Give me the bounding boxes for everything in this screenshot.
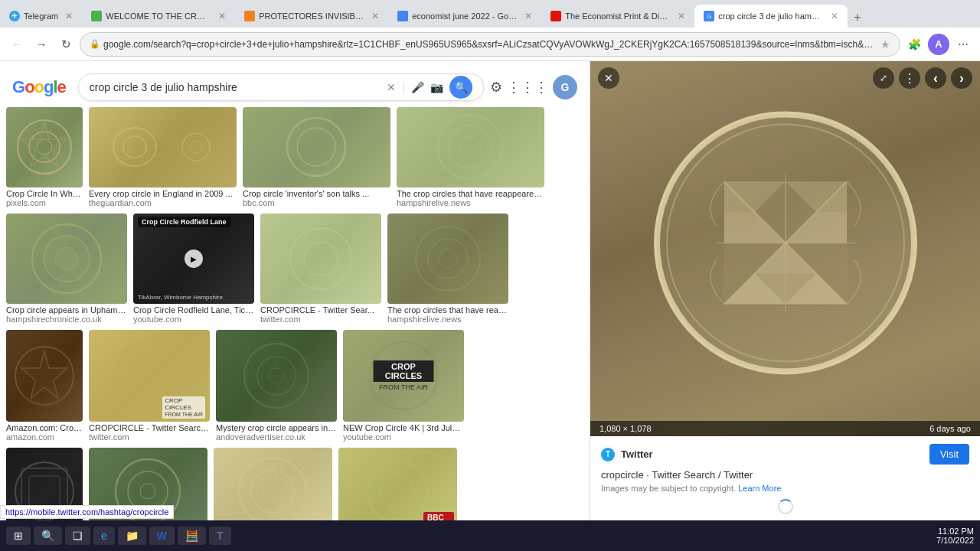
tab-economist-print-close[interactable]: ✕ bbox=[678, 11, 685, 21]
back-button[interactable]: ← bbox=[6, 34, 28, 55]
svg-point-16 bbox=[290, 228, 351, 289]
google-settings-icon[interactable]: ⚙ bbox=[490, 79, 502, 96]
image-source: twitter.com bbox=[89, 432, 210, 442]
file-explorer-button[interactable]: 📁 bbox=[118, 527, 146, 545]
tab-economist-print-title: The Economist Print & Digital S... bbox=[565, 11, 671, 21]
refresh-button[interactable]: ↻ bbox=[55, 34, 77, 55]
preview-details: T Twitter Visit cropcircle · Twitter Sea… bbox=[590, 436, 980, 500]
tab-crop-search[interactable]: G crop circle 3 de julio hampshire ✕ bbox=[694, 5, 848, 28]
preview-close-button[interactable]: ✕ bbox=[598, 67, 619, 89]
clear-search-icon[interactable]: ✕ bbox=[387, 81, 396, 93]
list-item[interactable]: Every crop circle in England in 2009 ...… bbox=[89, 107, 237, 207]
preview-copyright: Images may be subject to copyright. Lear… bbox=[601, 484, 969, 493]
svg-point-15 bbox=[55, 247, 78, 270]
teams-button[interactable]: T bbox=[209, 527, 231, 545]
source-name: Twitter bbox=[621, 448, 653, 460]
browser-menu-button[interactable]: ⋯ bbox=[952, 34, 974, 55]
search-taskbar-icon: 🔍 bbox=[41, 530, 54, 542]
forward-button[interactable]: → bbox=[31, 34, 52, 55]
image-search-icon[interactable]: 📷 bbox=[430, 81, 443, 93]
image-age: 6 days ago bbox=[929, 424, 971, 433]
list-item[interactable]: CROPCIRCLESFROM THE AIR CROPCIRCLE - Twi… bbox=[89, 330, 210, 442]
svg-point-7 bbox=[190, 141, 202, 153]
new-tab-button[interactable]: + bbox=[848, 8, 867, 28]
image-row-3: Amazon.com: Crop circle... amazon.com CR… bbox=[6, 330, 583, 442]
image-caption: CROPCIRCLE - Twitter Search / Twitter bbox=[89, 423, 210, 432]
google-apps-icon[interactable]: ⋮⋮⋮ bbox=[507, 79, 548, 96]
preview-image-container: ✕ ⤢ ⋮ ‹ › 1,080 × 1,078 6 days ago bbox=[590, 61, 980, 436]
list-item[interactable]: Amazon.com: Crop circle... amazon.com bbox=[6, 330, 83, 442]
tab-crop-welcome-close[interactable]: ✕ bbox=[218, 11, 226, 21]
preview-expand-button[interactable]: ⤢ bbox=[873, 67, 894, 89]
tab-protectores[interactable]: PROTECTORES INVISIBLES (Span... ✕ bbox=[235, 5, 388, 28]
preview-more-button[interactable]: ⋮ bbox=[899, 67, 920, 89]
svg-point-39 bbox=[251, 470, 294, 513]
list-item[interactable]: CROPCIRCLE - Twitter Sear... twitter.com bbox=[260, 214, 381, 324]
svg-point-8 bbox=[287, 118, 345, 176]
image-caption: The crop circles that have reappeared ..… bbox=[387, 305, 508, 315]
learn-more-link[interactable]: Learn More bbox=[738, 484, 781, 493]
image-caption: Crop Circle In Wheat Field, Hi... bbox=[6, 189, 83, 198]
image-source: hampshirelive.news bbox=[397, 198, 544, 207]
preview-prev-button[interactable]: ‹ bbox=[925, 67, 946, 89]
list-item[interactable]: Mystery crop circle appears in farmer's … bbox=[216, 330, 337, 442]
voice-search-icon[interactable]: 🎤 bbox=[411, 81, 424, 93]
svg-point-6 bbox=[182, 133, 210, 161]
svg-rect-34 bbox=[29, 476, 60, 507]
list-item[interactable]: CROP CIRCLES FROM THE AIR NEW Crop Circl… bbox=[343, 330, 464, 442]
tab-protectores-close[interactable]: ✕ bbox=[371, 11, 379, 21]
tab-telegram-close[interactable]: ✕ bbox=[65, 11, 73, 21]
svg-point-10 bbox=[438, 115, 502, 179]
edge-button[interactable]: e bbox=[93, 527, 115, 545]
svg-point-20 bbox=[439, 249, 457, 268]
tab-telegram[interactable]: ✈ Telegram ✕ bbox=[0, 5, 82, 28]
preview-next-button[interactable]: › bbox=[951, 67, 972, 89]
calculator-button[interactable]: 🧮 bbox=[178, 527, 206, 545]
search-bar[interactable]: crop circle 3 de julio hampshire ✕ | 🎤 📷… bbox=[78, 73, 484, 101]
tab-crop-search-close[interactable]: ✕ bbox=[831, 11, 838, 21]
extensions-button[interactable]: 🧩 bbox=[903, 34, 925, 55]
image-caption: NEW Crop Circle 4K | 3rd July 2022 ... bbox=[343, 423, 464, 432]
list-item[interactable]: Crop circle 'inventor's' son talks ... b… bbox=[243, 107, 390, 207]
image-caption: The crop circles that have reappeared ..… bbox=[397, 189, 544, 198]
image-caption: Every crop circle in England in 2009 ... bbox=[89, 189, 237, 198]
task-view-button[interactable]: ❑ bbox=[65, 527, 90, 545]
task-view-icon: ❑ bbox=[73, 530, 83, 542]
image-source: bbc.com bbox=[243, 198, 390, 207]
list-item[interactable]: Crop circle appears in Upham, Meon ... h… bbox=[6, 214, 127, 324]
tab-economist-drive[interactable]: economist june 2022 - Google S... ✕ bbox=[388, 5, 541, 28]
image-row-1: Crop Circle In Wheat Field, Hi... pixels… bbox=[6, 107, 583, 207]
list-item[interactable]: The crop circles that have reappeared ..… bbox=[397, 107, 544, 207]
crop-search-favicon: G bbox=[704, 11, 714, 21]
svg-point-12 bbox=[459, 136, 481, 158]
list-item[interactable]: Crop Circle In Wheat Field, Hi... pixels… bbox=[6, 107, 83, 207]
address-bar[interactable]: 🔒 google.com/search?q=crop+circle+3+de+j… bbox=[80, 32, 900, 57]
list-item[interactable]: Photo ©Amy Fridtjof bbox=[214, 448, 332, 520]
word-button[interactable]: W bbox=[149, 527, 175, 545]
list-item[interactable]: Crop Circle Rodfield Lane TikAbrar, Wimb… bbox=[133, 214, 254, 324]
profile-button[interactable]: A bbox=[928, 34, 949, 55]
visit-button[interactable]: Visit bbox=[929, 444, 969, 465]
start-button[interactable]: ⊞ bbox=[6, 527, 31, 545]
tab-economist-print[interactable]: The Economist Print & Digital S... ✕ bbox=[541, 5, 694, 28]
search-query: crop circle 3 de julio hampshire bbox=[90, 81, 387, 93]
list-item[interactable]: The crop circles that have reappeared ..… bbox=[387, 214, 508, 324]
list-item[interactable]: BBCNEWS bbox=[338, 448, 457, 520]
browser-toolbar: 🧩 A ⋯ bbox=[903, 34, 974, 55]
taskbar-clock: 11:02 PM 7/10/2022 bbox=[936, 527, 974, 545]
search-taskbar-button[interactable]: 🔍 bbox=[34, 527, 62, 545]
economist-drive-favicon bbox=[397, 11, 408, 21]
svg-marker-22 bbox=[21, 351, 67, 399]
search-submit-icon[interactable]: 🔍 bbox=[449, 76, 472, 99]
tab-crop-welcome[interactable]: WELCOME TO THE CROP CIRCLE... ✕ bbox=[82, 5, 235, 28]
google-account-icon[interactable]: G bbox=[553, 75, 577, 99]
tab-economist-drive-close[interactable]: ✕ bbox=[524, 11, 532, 21]
image-source: youtube.com bbox=[343, 432, 464, 442]
svg-point-37 bbox=[140, 484, 155, 499]
protectores-favicon bbox=[244, 11, 255, 21]
image-source: amazon.com bbox=[6, 432, 83, 442]
svg-point-2 bbox=[37, 139, 52, 155]
image-caption: Mystery crop circle appears in farmer's … bbox=[216, 423, 337, 432]
telegram-favicon: ✈ bbox=[9, 11, 20, 21]
svg-point-11 bbox=[449, 126, 492, 168]
